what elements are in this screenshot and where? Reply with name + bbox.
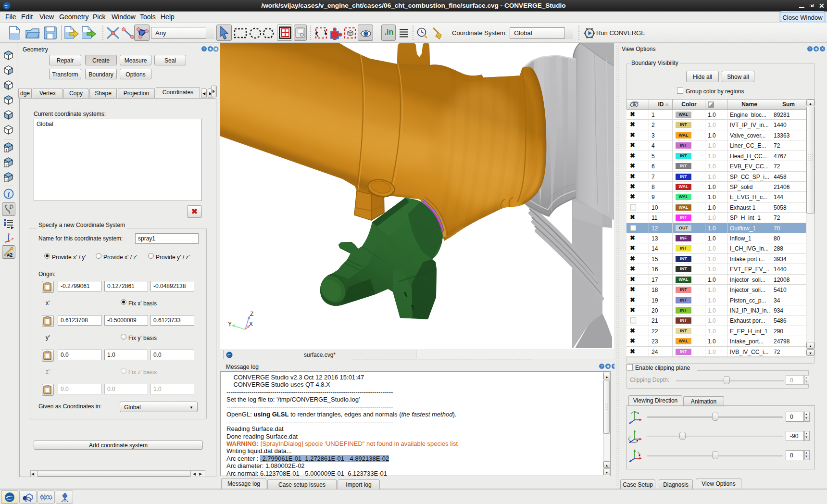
svg-text:1: 1: [5, 148, 8, 152]
svg-text:i: i: [8, 191, 10, 198]
svg-text:Y: Y: [228, 321, 232, 328]
svg-text:3: 3: [5, 178, 8, 182]
svg-text:≠2: ≠2: [7, 252, 13, 257]
svg-text:X: X: [249, 321, 253, 328]
svg-text:Z: Z: [250, 311, 253, 317]
svg-text:2: 2: [5, 163, 8, 167]
